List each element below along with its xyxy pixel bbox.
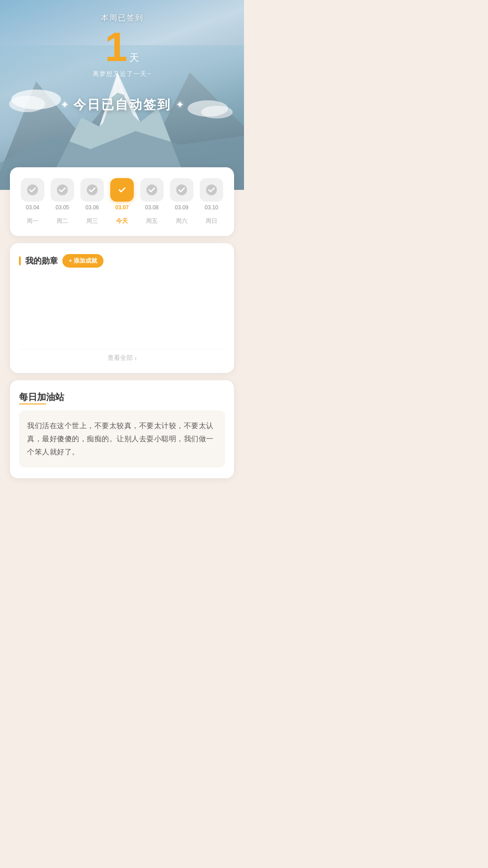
svg-point-11 [57, 184, 68, 195]
badge-empty-area [19, 277, 225, 349]
count-row: 1 天 [105, 27, 139, 67]
day-circle-today [110, 178, 134, 202]
day-item-sun: 03.10 [198, 178, 225, 211]
sparkle-left-icon: ✦ [61, 99, 69, 111]
view-all-label[interactable]: 查看全部 [108, 354, 133, 362]
add-achievement-button[interactable]: + 添加成就 [62, 254, 103, 268]
day-circle-wed [80, 178, 104, 202]
day-circle-sat [170, 178, 193, 202]
day-name-sun: 周日 [198, 217, 225, 225]
svg-point-16 [206, 184, 217, 195]
check-icon-today [116, 184, 128, 196]
check-icon-mon [26, 184, 39, 196]
day-circle-mon [21, 178, 44, 202]
day-item-today: 03.07 [108, 178, 136, 211]
day-name-fri: 周五 [138, 217, 165, 225]
day-item-fri: 03.08 [138, 178, 165, 211]
svg-point-13 [117, 184, 127, 195]
day-name-wed: 周三 [79, 217, 106, 225]
svg-point-10 [27, 184, 38, 195]
day-name-tue: 周二 [49, 217, 76, 225]
badge-indicator [19, 256, 21, 265]
weekly-signed-label: 本周已签到 [101, 13, 144, 23]
svg-point-9 [201, 106, 233, 118]
auto-signed-row: ✦ 今日已自动签到 ✦ [61, 96, 184, 113]
day-names-row: 周一 周二 周三 今天 周五 周六 周日 [19, 217, 225, 225]
check-icon-sat [175, 184, 188, 196]
day-item-mon: 03.04 [19, 178, 46, 211]
badge-title: 我的勋章 [25, 255, 58, 266]
day-circle-fri [140, 178, 164, 202]
count-number: 1 [105, 27, 127, 67]
svg-point-14 [146, 184, 157, 195]
chevron-right-icon: › [135, 354, 137, 362]
week-card: 03.04 03.05 [10, 167, 234, 236]
day-circle-tue [51, 178, 74, 202]
cards-container: 03.04 03.05 [0, 167, 244, 492]
day-item-sat: 03.09 [168, 178, 195, 211]
day-item-wed: 03.06 [79, 178, 106, 211]
check-icon-sun [205, 184, 218, 196]
day-date-tue: 03.05 [56, 204, 69, 211]
hero-subtitle: 离梦想又近了一天~ [93, 70, 151, 78]
daily-card: 每日加油站 我们活在这个世上，不要太较真，不要太计较，不要太认真，最好傻傻的，痴… [10, 380, 234, 478]
day-date-mon: 03.04 [26, 204, 39, 211]
hero-section: 本周已签到 1 天 离梦想又近了一天~ ✦ 今日已自动签到 ✦ [0, 0, 244, 190]
day-date-today: 03.07 [115, 204, 129, 211]
check-icon-tue [56, 184, 69, 196]
svg-point-15 [176, 184, 187, 195]
daily-quote-box: 我们活在这个世上，不要太较真，不要太计较，不要太认真，最好傻傻的，痴痴的。让别人… [19, 410, 225, 467]
svg-point-12 [87, 184, 98, 195]
day-name-mon: 周一 [19, 217, 46, 225]
count-unit: 天 [129, 51, 139, 65]
day-item-tue: 03.05 [49, 178, 76, 211]
badge-card: 我的勋章 + 添加成就 查看全部 › [10, 243, 234, 373]
day-name-sat: 周六 [168, 217, 195, 225]
day-date-fri: 03.08 [145, 204, 159, 211]
view-all-row[interactable]: 查看全部 › [19, 349, 225, 362]
svg-point-7 [9, 96, 45, 112]
week-days-row: 03.04 03.05 [19, 178, 225, 211]
sparkle-right-icon: ✦ [176, 99, 184, 111]
badge-header: 我的勋章 + 添加成就 [19, 254, 225, 268]
day-date-sun: 03.10 [205, 204, 218, 211]
daily-title: 每日加油站 [19, 391, 64, 403]
day-date-wed: 03.06 [85, 204, 99, 211]
daily-header: 每日加油站 [19, 391, 225, 403]
day-name-today: 今天 [108, 217, 136, 225]
daily-underline [19, 403, 46, 405]
daily-quote-text: 我们活在这个世上，不要太较真，不要太计较，不要太认真，最好傻傻的，痴痴的。让别人… [27, 420, 217, 458]
check-icon-wed [86, 184, 99, 196]
check-icon-fri [145, 184, 158, 196]
day-circle-sun [200, 178, 223, 202]
day-date-sat: 03.09 [175, 204, 188, 211]
auto-signed-text: 今日已自动签到 [73, 96, 171, 113]
